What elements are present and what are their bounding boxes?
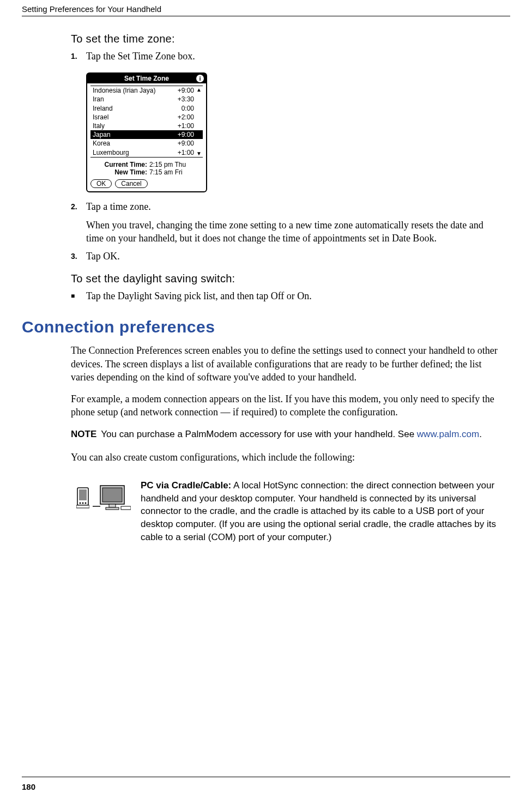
handheld-icon — [76, 487, 89, 509]
tz-offset: +9:00 — [178, 130, 194, 139]
cradle-cable-icon — [71, 479, 136, 511]
running-header: Setting Preferences for Your Handheld — [22, 4, 161, 14]
current-time-value: 2:15 pm Thu — [149, 161, 186, 168]
list-item[interactable]: Korea+9:00 — [90, 139, 203, 148]
page-number: 180 — [22, 782, 35, 791]
step-2-text: Tap a time zone. — [86, 201, 151, 212]
time-readout: Current Time: 2:15 pm Thu New Time: 7:15… — [87, 159, 206, 177]
heading-connection-preferences: Connection preferences — [22, 318, 499, 336]
step-3-text: Tap OK. — [86, 251, 120, 262]
step-1-text: Tap the Set Time Zone box. — [86, 51, 195, 62]
note-text-after: . — [479, 429, 482, 439]
tz-name: Japan — [93, 130, 111, 139]
list-item-selected[interactable]: Japan+9:00 — [90, 130, 203, 139]
footer-rule — [22, 777, 510, 777]
note-label: NOTE — [71, 429, 96, 439]
tz-name: Luxembourg — [93, 148, 129, 157]
dialog-title: Set Time Zone — [124, 75, 169, 82]
step-2-number: 2. — [71, 200, 86, 245]
cancel-button[interactable]: Cancel — [115, 179, 147, 188]
conn-paragraph-1: The Connection Preferences screen enable… — [71, 344, 499, 384]
list-item[interactable]: Italy+1:00 — [90, 122, 203, 130]
conn-item-label: PC via Cradle/Cable: — [141, 480, 231, 491]
dst-bullet: ■ Tap the Daylight Saving pick list, and… — [71, 289, 499, 302]
square-bullet-icon: ■ — [71, 289, 86, 302]
header-rule — [22, 16, 510, 16]
note-block: NOTEYou can purchase a PalmModem accesso… — [71, 428, 499, 441]
tz-offset: +1:00 — [178, 122, 194, 130]
tz-offset: +9:00 — [178, 86, 194, 95]
heading-set-time-zone: To set the time zone: — [71, 33, 499, 45]
heading-dst: To set the daylight saving switch: — [71, 273, 499, 285]
step-2: 2. Tap a time zone. When you travel, cha… — [71, 200, 499, 245]
svg-rect-11 — [121, 506, 131, 510]
svg-rect-8 — [102, 488, 122, 502]
monitor-icon — [93, 485, 131, 511]
dialog-titlebar: Set Time Zone i — [87, 74, 206, 83]
list-item[interactable]: Indonesia (Irian Jaya)+9:00 — [90, 86, 203, 95]
tz-offset: +3:30 — [178, 95, 194, 104]
tz-name: Ireland — [93, 104, 113, 113]
conn-paragraph-3: You can also create custom configuration… — [71, 451, 499, 464]
svg-rect-5 — [76, 505, 89, 508]
ok-button[interactable]: OK — [90, 179, 112, 188]
step-3: 3. Tap OK. — [71, 250, 499, 263]
connection-description: PC via Cradle/Cable: A local HotSync con… — [71, 479, 499, 544]
list-item[interactable]: Iran+3:30 — [90, 95, 203, 104]
tz-offset: +9:00 — [178, 139, 194, 148]
scroll-up-icon[interactable]: ▲ — [196, 87, 202, 93]
step-2-detail: When you travel, changing the time zone … — [86, 219, 499, 245]
list-item[interactable]: Israel+2:00 — [90, 113, 203, 122]
current-time-label: Current Time: — [95, 161, 147, 168]
tz-name: Israel — [93, 113, 108, 122]
svg-point-3 — [82, 502, 84, 504]
tz-offset: 0:00 — [182, 104, 194, 113]
tz-offset: +2:00 — [178, 113, 194, 122]
tz-name: Korea — [93, 139, 110, 148]
svg-point-4 — [85, 502, 87, 504]
set-time-zone-dialog: Set Time Zone i ▲ Indonesia (Irian Jaya)… — [86, 72, 207, 192]
dst-bullet-text: Tap the Daylight Saving pick list, and t… — [86, 289, 312, 302]
svg-rect-9 — [109, 504, 116, 507]
note-text-before: You can purchase a PalmModem accessory f… — [101, 429, 417, 439]
new-time-label: New Time: — [95, 168, 147, 176]
step-3-number: 3. — [71, 250, 86, 263]
tz-name: Iran — [93, 95, 104, 104]
conn-paragraph-2: For example, a modem connection appears … — [71, 392, 499, 419]
tz-name: Italy — [93, 122, 105, 130]
step-1-number: 1. — [71, 50, 86, 63]
svg-rect-10 — [106, 507, 119, 510]
time-zone-list[interactable]: ▲ Indonesia (Irian Jaya)+9:00 Iran+3:30 … — [90, 86, 203, 158]
tz-offset: +1:00 — [178, 148, 194, 157]
palm-link[interactable]: www.palm.com — [417, 429, 479, 439]
scroll-down-icon[interactable]: ▼ — [196, 150, 202, 156]
list-item[interactable]: Luxembourg+1:00 — [90, 148, 203, 157]
list-item[interactable]: Ireland0:00 — [90, 104, 203, 113]
step-1: 1. Tap the Set Time Zone box. — [71, 50, 499, 63]
svg-point-2 — [80, 502, 81, 504]
svg-rect-1 — [79, 489, 87, 500]
tz-name: Indonesia (Irian Jaya) — [93, 86, 155, 95]
info-icon[interactable]: i — [196, 75, 204, 82]
new-time-value: 7:15 am Fri — [149, 168, 183, 176]
